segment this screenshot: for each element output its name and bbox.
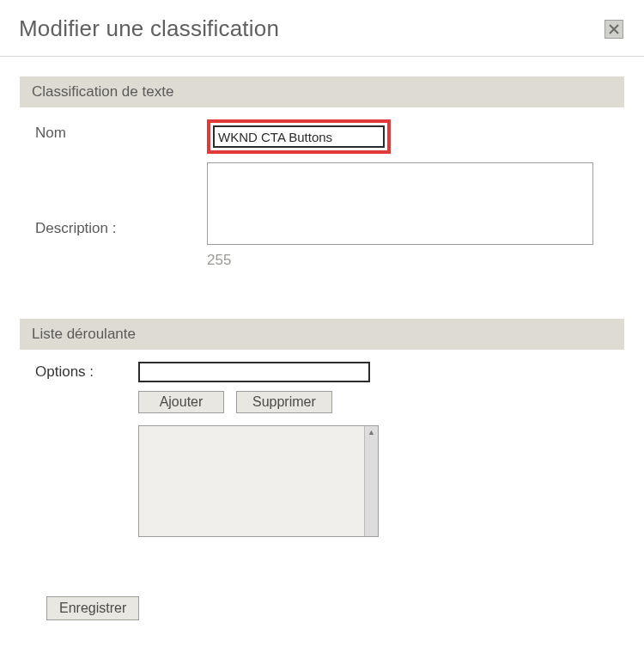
save-button[interactable]: Enregistrer — [46, 596, 139, 620]
name-input[interactable] — [213, 125, 385, 148]
description-row: Description : 255 — [35, 162, 609, 269]
close-icon — [609, 24, 619, 34]
options-listbox[interactable]: ▲ — [138, 425, 379, 537]
options-label: Options : — [35, 362, 138, 381]
name-highlight — [207, 119, 391, 154]
dropdown-section: Liste déroulante Options : Ajouter Suppr… — [19, 318, 625, 553]
add-button[interactable]: Ajouter — [138, 391, 224, 413]
options-button-row: Ajouter Supprimer — [138, 391, 609, 413]
options-input[interactable] — [138, 362, 370, 382]
dialog-footer: Enregistrer — [0, 596, 644, 639]
close-button[interactable] — [605, 20, 623, 39]
name-row: Nom — [35, 119, 609, 154]
remove-button[interactable]: Supprimer — [236, 391, 332, 413]
listbox-scrollbar[interactable]: ▲ — [364, 426, 378, 536]
name-label: Nom — [35, 119, 207, 142]
dialog-header: Modifier une classification — [0, 0, 644, 57]
text-classification-section: Classification de texte Nom Description … — [19, 76, 625, 294]
dialog-body: Classification de texte Nom Description … — [0, 57, 644, 596]
description-wrap: 255 — [207, 162, 593, 269]
dialog-title: Modifier une classification — [19, 15, 279, 42]
description-label: Description : — [35, 194, 207, 237]
char-count: 255 — [207, 252, 593, 269]
options-row: Options : — [35, 362, 609, 382]
text-classification-body: Nom Description : 255 — [20, 107, 624, 293]
dropdown-body: Options : Ajouter Supprimer ▲ — [20, 350, 624, 552]
scroll-up-icon: ▲ — [365, 426, 378, 438]
dropdown-header: Liste déroulante — [20, 319, 624, 350]
text-classification-header: Classification de texte — [20, 76, 624, 107]
description-textarea[interactable] — [207, 162, 593, 245]
